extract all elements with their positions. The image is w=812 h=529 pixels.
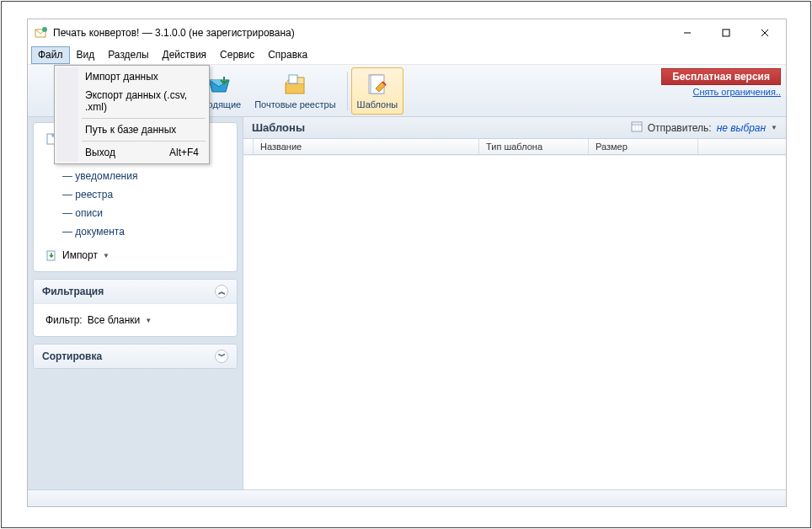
sender-value: не выбран (717, 122, 766, 134)
dropdown-caret-icon: ▼ (145, 317, 152, 324)
file-dropdown: Импорт данных Экспорт данных (.csv, .xml… (54, 65, 210, 164)
filter-label: Фильтр: (45, 314, 83, 326)
toolbar-registries-label: Почтовые реестры (254, 99, 335, 110)
create-document[interactable]: — документа (44, 222, 227, 241)
column-type[interactable]: Тип шаблона (479, 139, 589, 154)
menu-sections[interactable]: Разделы (101, 46, 155, 64)
menu-exit-shortcut: Alt+F4 (169, 147, 199, 158)
dropdown-caret-icon: ▼ (103, 252, 110, 259)
toolbar-templates-label: Шаблоны (357, 99, 398, 110)
menu-actions[interactable]: Действия (156, 46, 214, 64)
main-header: Шаблоны Отправитель: не выбран ▼ (243, 117, 786, 139)
filter-value: Все бланки (88, 314, 141, 326)
section-title: Шаблоны (252, 121, 305, 134)
sort-panel: Сортировка ︾ (33, 344, 238, 369)
collapse-up-icon[interactable]: ︽ (215, 285, 228, 298)
svg-rect-6 (286, 83, 304, 94)
toolbar-registries[interactable]: Почтовые реестры (248, 67, 341, 115)
import-dropdown[interactable]: Импорт ▼ (44, 246, 227, 264)
toolbar-separator (347, 72, 348, 110)
toolbar-templates[interactable]: Шаблоны (351, 67, 404, 115)
dropdown-caret-icon: ▼ (771, 124, 777, 131)
registries-icon (281, 72, 308, 99)
sender-selector[interactable]: Отправитель: не выбран ▼ (631, 120, 777, 135)
menu-service[interactable]: Сервис (213, 46, 261, 64)
sender-label: Отправитель: (648, 122, 712, 134)
row-selector-column[interactable] (243, 139, 254, 154)
app-window: Печать конвертов! — 3.1.0.0 (не зарегист… (27, 19, 787, 507)
sort-panel-title: Сортировка (42, 350, 102, 362)
filter-panel-title: Фильтрация (42, 286, 104, 297)
remove-limits-link[interactable]: Снять ограничения.. (661, 87, 781, 97)
svg-rect-7 (289, 75, 297, 83)
menu-export-data[interactable]: Экспорт данных (.csv, .xml) (56, 86, 207, 116)
menu-exit-label: Выход (85, 147, 115, 158)
maximize-button[interactable] (707, 20, 745, 45)
sort-panel-header[interactable]: Сортировка ︾ (34, 345, 237, 368)
svg-rect-12 (632, 122, 642, 131)
menu-exit[interactable]: Выход Alt+F4 (56, 143, 207, 162)
calendar-icon (631, 120, 643, 135)
import-icon (45, 249, 57, 261)
close-button[interactable] (745, 20, 784, 45)
menu-import-data[interactable]: Импорт данных (56, 67, 207, 86)
menu-help[interactable]: Справка (261, 46, 314, 64)
main-area: Шаблоны Отправитель: не выбран ▼ Названи… (243, 117, 786, 489)
import-label: Импорт (62, 249, 98, 261)
free-version-badge: Бесплатная версия (661, 68, 781, 85)
svg-point-1 (42, 27, 47, 32)
svg-rect-3 (723, 29, 729, 36)
grid-body (243, 155, 786, 489)
app-icon (35, 26, 48, 40)
filter-panel: Фильтрация ︽ Фильтр: Все бланки ▼ (33, 279, 238, 337)
column-size[interactable]: Размер (589, 139, 698, 154)
menu-db-path[interactable]: Путь к базе данных (56, 120, 207, 139)
column-name[interactable]: Название (254, 139, 479, 154)
filter-dropdown[interactable]: Фильтр: Все бланки ▼ (44, 311, 227, 329)
templates-icon (364, 72, 391, 99)
create-notice[interactable]: — уведомления (44, 167, 227, 185)
grid-header: Название Тип шаблона Размер (243, 139, 786, 155)
window-title: Печать конвертов! — 3.1.0.0 (не зарегист… (53, 27, 668, 39)
expand-down-icon[interactable]: ︾ (215, 350, 228, 363)
create-inventory[interactable]: — описи (44, 204, 227, 222)
sidebar: Создать шаблон: — конверта — уведомления… (28, 117, 243, 489)
create-registry[interactable]: — реестра (44, 185, 227, 204)
titlebar: Печать конвертов! — 3.1.0.0 (не зарегист… (28, 19, 786, 46)
statusbar (28, 489, 786, 506)
filter-panel-header[interactable]: Фильтрация ︽ (34, 280, 237, 304)
minimize-button[interactable] (668, 20, 707, 45)
menu-file[interactable]: Файл (31, 46, 70, 64)
menubar: Файл Вид Разделы Действия Сервис Справка (28, 46, 786, 65)
menu-view[interactable]: Вид (70, 46, 102, 64)
